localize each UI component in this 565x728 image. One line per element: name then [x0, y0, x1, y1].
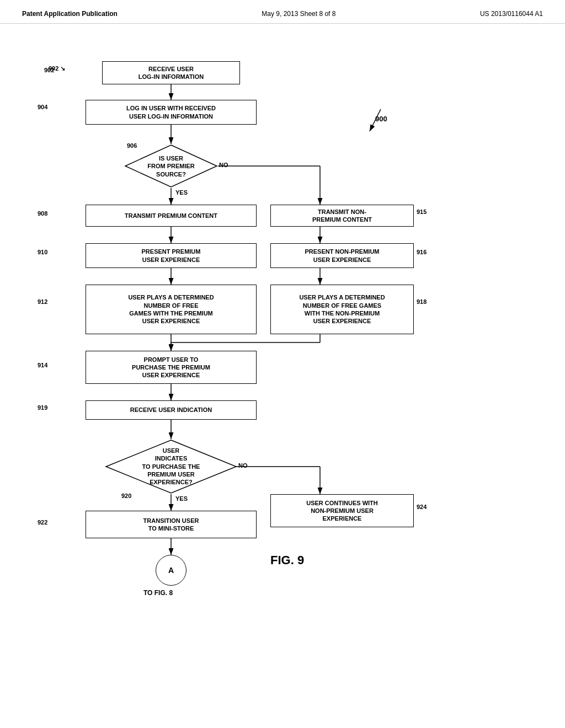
label-908: 908: [38, 210, 47, 217]
box-902: RECEIVE USER LOG-IN INFORMATION: [102, 61, 240, 84]
label-902-arrow: 902 ↘: [49, 65, 65, 72]
label-918: 918: [417, 298, 427, 305]
figure-900-arrow: [353, 104, 397, 137]
label-920-yes: YES: [175, 495, 188, 502]
label-906-no: NO: [219, 162, 228, 168]
label-924: 924: [417, 504, 427, 510]
diagram-area: 902 RECEIVE USER LOG-IN INFORMATION 902 …: [0, 24, 565, 702]
diamond-906: IS USER FROM PREMIER SOURCE?: [124, 144, 218, 188]
box-919: RECEIVE USER INDICATION: [86, 400, 257, 420]
box-908: TRANSMIT PREMIUM CONTENT: [86, 205, 257, 227]
page-header: Patent Application Publication May 9, 20…: [0, 0, 565, 24]
label-904: 904: [38, 104, 47, 110]
label-915: 915: [417, 208, 427, 215]
label-919: 919: [38, 404, 47, 411]
label-916: 916: [417, 249, 427, 255]
figure-label: FIG. 9: [270, 553, 304, 568]
box-918: USER PLAYS A DETERMINED NUMBER OF FREE G…: [270, 285, 414, 334]
to-fig8: TO FIG. 8: [143, 589, 173, 597]
label-920-no: NO: [238, 462, 248, 469]
box-922: TRANSITION USER TO MINI-STORE: [86, 511, 257, 538]
label-914: 914: [38, 362, 47, 368]
circle-a: A: [156, 555, 186, 586]
box-910: PRESENT PREMIUM USER EXPERIENCE: [86, 243, 257, 268]
svg-line-22: [370, 109, 381, 131]
box-915: TRANSMIT NON- PREMIUM CONTENT: [270, 205, 414, 227]
box-912: USER PLAYS A DETERMINED NUMBER OF FREE G…: [86, 285, 257, 334]
box-916: PRESENT NON-PREMIUM USER EXPERIENCE: [270, 243, 414, 268]
arrows-svg: [0, 24, 565, 702]
header-left: Patent Application Publication: [22, 10, 118, 18]
label-910: 910: [38, 249, 47, 255]
box-924: USER CONTINUES WITH NON-PREMIUM USER EXP…: [270, 494, 414, 527]
box-914: PROMPT USER TO PURCHASE THE PREMIUM USER…: [86, 351, 257, 384]
header-right: US 2013/0116044 A1: [480, 10, 543, 18]
label-912: 912: [38, 298, 47, 305]
label-906-yes: YES: [175, 189, 188, 196]
diamond-920: USER INDICATES TO PURCHASE THE PREMIUM U…: [105, 439, 237, 494]
box-904: LOG IN USER WITH RECEIVED USER LOG-IN IN…: [86, 100, 257, 125]
header-center: May 9, 2013 Sheet 8 of 8: [262, 10, 335, 18]
label-922: 922: [38, 519, 47, 526]
